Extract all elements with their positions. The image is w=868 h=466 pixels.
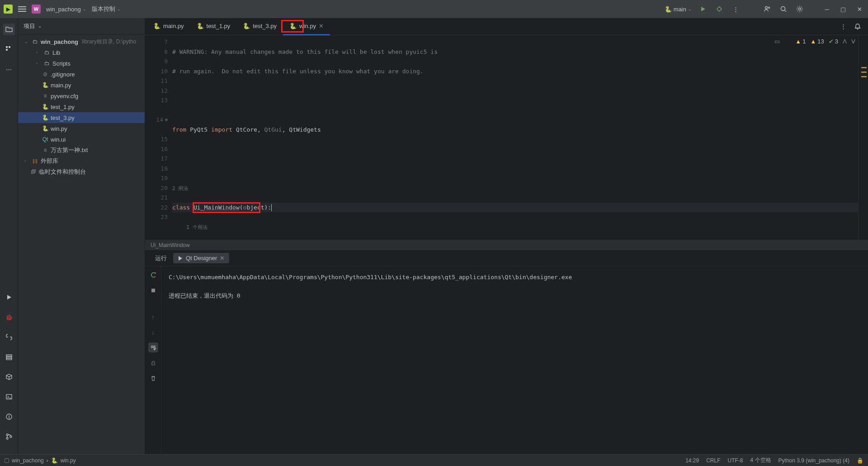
rerun-button[interactable] — [148, 270, 158, 280]
project-tool-button[interactable] — [3, 24, 15, 35]
breadcrumb-item[interactable]: Ui_MainWindow — [151, 242, 190, 248]
line-column-indicator[interactable]: 14:29 — [685, 457, 699, 464]
up-button[interactable]: ↑ — [148, 312, 158, 322]
encoding-indicator[interactable]: UTF-8 — [728, 457, 743, 464]
more-actions-button[interactable]: ⋮ — [731, 4, 741, 14]
python-console-button[interactable] — [3, 331, 15, 343]
status-path-root[interactable]: win_pachong — [12, 457, 44, 464]
python-packages-button[interactable] — [3, 371, 15, 383]
python-file-icon: 🐍 — [42, 125, 49, 132]
vcs-tool-button[interactable] — [3, 431, 15, 442]
next-highlight-button[interactable]: ᐯ — [851, 38, 855, 45]
tab-actions-button[interactable]: ⋮ — [838, 22, 848, 32]
code-content[interactable]: # WARNING: Any manual changes made to th… — [172, 35, 858, 239]
tree-item[interactable]: 🐍test_1.py — [18, 101, 145, 112]
tool-windows-button[interactable] — [5, 458, 9, 463]
project-dropdown[interactable]: win_pachong ⌄ — [46, 6, 86, 13]
minimize-button[interactable]: ─ — [822, 4, 832, 14]
editor-error-stripe[interactable] — [858, 35, 868, 239]
close-window-button[interactable]: ✕ — [854, 4, 864, 14]
inspection-widget[interactable]: ▭ ▲1 ▲13 ✔3 ᐱ ᐯ — [774, 38, 855, 45]
tree-item[interactable]: 🐍main.py — [18, 80, 145, 90]
status-path-file[interactable]: win.py — [61, 457, 76, 464]
tree-external-libs[interactable]: ›⫿⫿外部库 — [18, 156, 145, 166]
editor-tab[interactable]: 🐍test_3.py — [236, 18, 283, 35]
tree-item[interactable]: 🐍test_3.py — [18, 112, 145, 123]
reader-mode-icon[interactable]: ▭ — [774, 38, 780, 45]
editor-tab[interactable]: 🐍win.py ✕ — [283, 18, 330, 35]
code-with-me-button[interactable] — [762, 4, 772, 14]
console-line: 进程已结束，退出代码为 0 — [169, 290, 861, 301]
more-tools-button[interactable]: ⋯ — [3, 63, 15, 75]
problems-tool-button[interactable] — [3, 411, 15, 423]
run-config-dropdown[interactable]: 🐍 main ⌄ — [665, 6, 692, 13]
console-output[interactable]: C:\Users\mumuemhaha\AppData\Local\Progra… — [161, 266, 868, 454]
tree-item[interactable]: ›🗀Lib — [18, 47, 145, 58]
python-file-icon: 🐍 — [51, 457, 58, 464]
tree-scratches[interactable]: 🗊临时文件和控制台 — [18, 166, 145, 177]
tree-item[interactable]: 🐍win.py — [18, 123, 145, 134]
tree-item[interactable]: ≡万古第一神.txt — [18, 145, 145, 156]
left-tool-rail: ⋯ 🐞 — [0, 18, 18, 454]
clear-button[interactable] — [148, 373, 158, 383]
prev-highlight-button[interactable]: ᐱ — [843, 38, 847, 45]
project-tree: ⌄ 🗀 win_pachong library根目录, D:\pytho ›🗀L… — [18, 34, 145, 454]
vcs-label: 版本控制 — [92, 5, 115, 13]
line-separator-indicator[interactable]: CRLF — [706, 457, 720, 464]
interpreter-indicator[interactable]: Python 3.9 (win_pachong) (4) — [778, 457, 849, 464]
config-file-icon: ≡ — [42, 92, 49, 100]
close-tab-button[interactable]: ✕ — [319, 23, 324, 29]
editor-area: 🐍main.py 🐍test_1.py 🐍test_3.py 🐍win.py ✕… — [145, 18, 868, 454]
run-button[interactable] — [698, 4, 708, 14]
run-tab[interactable]: 运行 — [151, 252, 171, 264]
editor-body[interactable]: ▭ ▲1 ▲13 ✔3 ᐱ ᐯ 78910 111213 14 ⊕ 151617… — [145, 35, 868, 239]
run-config-label: main — [674, 6, 686, 13]
tree-root[interactable]: ⌄ 🗀 win_pachong library根目录, D:\pytho — [18, 36, 145, 47]
gitignore-icon: ⊘ — [42, 71, 49, 78]
python-file-icon: 🐍 — [197, 23, 204, 29]
notifications-button[interactable] — [853, 22, 863, 32]
tree-item[interactable]: ›🗀Scripts — [18, 58, 145, 69]
ui-file-icon: Qt — [42, 136, 49, 143]
tree-item[interactable]: ⊘.gitignore — [18, 69, 145, 80]
expand-arrow-icon: ⌄ — [24, 39, 30, 44]
python-file-icon: 🐍 — [42, 114, 49, 121]
vcs-dropdown[interactable]: 版本控制 ⌄ — [92, 5, 121, 13]
run-toolbar: ↑ ↓ ⎙ — [145, 266, 161, 454]
svg-point-7 — [781, 7, 785, 11]
soft-wrap-button[interactable] — [148, 342, 158, 352]
breadcrumb-bar[interactable]: Ui_MainWindow — [145, 239, 868, 250]
designer-tab[interactable]: Qt Designer ✕ — [173, 253, 229, 263]
search-button[interactable] — [778, 4, 788, 14]
maximize-button[interactable]: ▢ — [838, 4, 848, 14]
debug-button[interactable] — [714, 4, 724, 14]
app-logo: ▶ — [4, 5, 13, 14]
close-tab-button[interactable]: ✕ — [220, 255, 225, 262]
debug-tool-button[interactable]: 🐞 — [3, 311, 15, 323]
stop-button[interactable] — [148, 285, 158, 295]
editor-tab[interactable]: 🐍main.py — [147, 18, 190, 35]
editor-tab[interactable]: 🐍test_1.py — [190, 18, 237, 35]
services-tool-button[interactable] — [3, 351, 15, 363]
indent-indicator[interactable]: 4 个空格 — [750, 456, 771, 464]
tree-item[interactable]: ≡pyvenv.cfg — [18, 90, 145, 101]
tree-item[interactable]: Qtwin.ui — [18, 134, 145, 145]
lock-icon[interactable]: 🔒 — [857, 457, 863, 464]
svg-point-21 — [6, 437, 8, 439]
svg-point-0 — [717, 7, 721, 11]
svg-rect-14 — [6, 357, 12, 358]
svg-rect-13 — [6, 355, 12, 356]
main-menu-button[interactable] — [18, 6, 26, 12]
terminal-tool-button[interactable] — [3, 391, 15, 403]
scroll-to-end-button[interactable]: ⎙ — [148, 358, 158, 368]
svg-point-20 — [6, 434, 8, 436]
chevron-down-icon: ⌄ — [688, 7, 692, 11]
project-panel-header[interactable]: 项目 ⌄ — [18, 18, 145, 34]
svg-rect-11 — [9, 46, 10, 48]
run-tool-button[interactable] — [3, 291, 15, 303]
console-line: C:\Users\mumuemhaha\AppData\Local\Progra… — [169, 272, 861, 282]
settings-button[interactable] — [795, 4, 805, 14]
down-button[interactable]: ↓ — [148, 327, 158, 337]
python-file-icon: 🐍 — [243, 23, 250, 29]
structure-tool-button[interactable] — [3, 43, 15, 55]
